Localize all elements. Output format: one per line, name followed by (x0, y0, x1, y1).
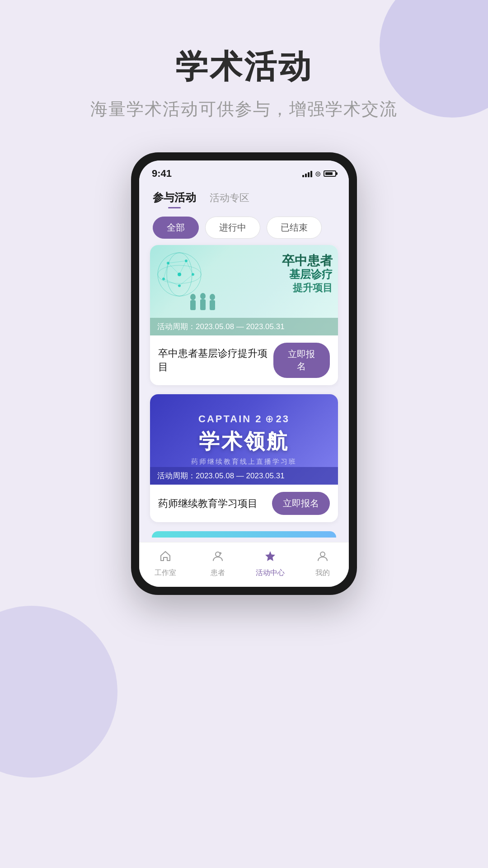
filter-ongoing[interactable]: 进行中 (205, 217, 260, 239)
status-icons: ⊜ (302, 170, 336, 178)
svg-line-12 (164, 279, 179, 286)
captain-prefix: CAPTAIN 2 (198, 413, 263, 425)
bg-decoration-circle-bottom (0, 606, 117, 778)
svg-point-22 (216, 552, 220, 557)
nav-item-patient[interactable]: 患者 (192, 550, 244, 578)
svg-line-14 (168, 263, 179, 274)
tab-navigation: 参与活动 活动专区 (148, 183, 340, 208)
bottom-nav: 工作室 患者 (139, 542, 349, 587)
card2-date-bar: 活动周期：2023.05.08 — 2023.05.31 (150, 467, 338, 485)
svg-point-18 (200, 293, 206, 299)
card1-register-btn[interactable]: 立即报名 (273, 343, 330, 378)
cards-container: 卒中患者 基层诊疗 提升项目 ⌖ 活动周期：2023.05.08 — 2023.… (148, 245, 340, 542)
card1-footer: 卒中患者基层诊疗提升项目 立即报名 (150, 335, 338, 385)
star-icon (264, 550, 277, 566)
phone-screen: 9:41 ⊜ (139, 160, 349, 587)
svg-line-10 (186, 261, 193, 274)
card2-subtitle: 药师继续教育线上直播学习班 (191, 458, 297, 466)
page-subtitle: 海量学术活动可供参与，增强学术交流 (0, 98, 488, 121)
svg-point-20 (210, 294, 215, 300)
nav-label-patient: 患者 (211, 568, 225, 578)
card-2-image: CAPTAIN 2 ⊕ 23 学术领航 药师继续教育线上直播学习班 活动周期：2… (150, 394, 338, 485)
card2-name: 药师继续教育学习项目 (158, 497, 258, 510)
svg-line-15 (179, 261, 186, 274)
partial-card-strip (152, 531, 336, 538)
patient-icon (211, 550, 224, 566)
svg-point-23 (320, 552, 325, 557)
phone-frame: 9:41 ⊜ (131, 152, 357, 595)
nav-item-activity[interactable]: 活动中心 (244, 550, 296, 578)
card1-date-bar: 活动周期：2023.05.08 — 2023.05.31 (150, 318, 338, 335)
nav-item-workroom[interactable]: 工作室 (139, 550, 192, 578)
signal-icon (302, 170, 312, 177)
card-1-image: 卒中患者 基层诊疗 提升项目 ⌖ 活动周期：2023.05.08 — 2023.… (150, 245, 338, 335)
captain-suffix: 23 (276, 413, 290, 425)
svg-rect-17 (190, 300, 196, 310)
card1-icon: ⌖ (326, 251, 332, 263)
wifi-icon: ⊜ (315, 170, 321, 178)
home-icon (159, 550, 172, 566)
svg-line-9 (168, 261, 186, 263)
page-title: 学术活动 (0, 45, 488, 89)
card2-footer: 药师继续教育学习项目 立即报名 (150, 485, 338, 522)
svg-rect-19 (200, 299, 206, 310)
globe-decoration (155, 250, 204, 299)
nav-label-mine: 我的 (315, 568, 330, 578)
status-time: 9:41 (152, 168, 172, 179)
nav-label-activity: 活动中心 (256, 568, 285, 578)
captain-top: CAPTAIN 2 ⊕ 23 (198, 413, 290, 425)
filter-bar: 全部 进行中 已结束 (148, 208, 340, 245)
tab-participate[interactable]: 参与活动 (153, 190, 196, 208)
compass-icon: ⊕ (265, 413, 273, 425)
card2-register-btn[interactable]: 立即报名 (272, 492, 330, 515)
card1-title: 卒中患者 基层诊疗 提升项目 (282, 254, 333, 295)
filter-all[interactable]: 全部 (153, 217, 199, 239)
status-bar: 9:41 ⊜ (139, 160, 349, 183)
svg-point-16 (190, 294, 196, 300)
page-header: 学术活动 海量学术活动可供参与，增强学术交流 (0, 0, 488, 134)
nav-label-workroom: 工作室 (155, 568, 176, 578)
app-content: 参与活动 活动专区 全部 进行中 已结束 (139, 183, 349, 542)
phone-mockup: 9:41 ⊜ (0, 152, 488, 595)
filter-ended[interactable]: 已结束 (267, 217, 322, 239)
tab-special-zone[interactable]: 活动专区 (210, 191, 249, 208)
battery-icon (324, 170, 336, 177)
card1-name: 卒中患者基层诊疗提升项目 (158, 347, 273, 374)
activity-card-2[interactable]: CAPTAIN 2 ⊕ 23 学术领航 药师继续教育线上直播学习班 活动周期：2… (150, 394, 338, 522)
activity-card-1[interactable]: 卒中患者 基层诊疗 提升项目 ⌖ 活动周期：2023.05.08 — 2023.… (150, 245, 338, 385)
svg-rect-21 (210, 300, 215, 310)
nav-item-mine[interactable]: 我的 (296, 550, 349, 578)
card2-main-title: 学术领航 (199, 428, 289, 456)
svg-line-13 (164, 263, 168, 279)
mine-icon (316, 550, 329, 566)
